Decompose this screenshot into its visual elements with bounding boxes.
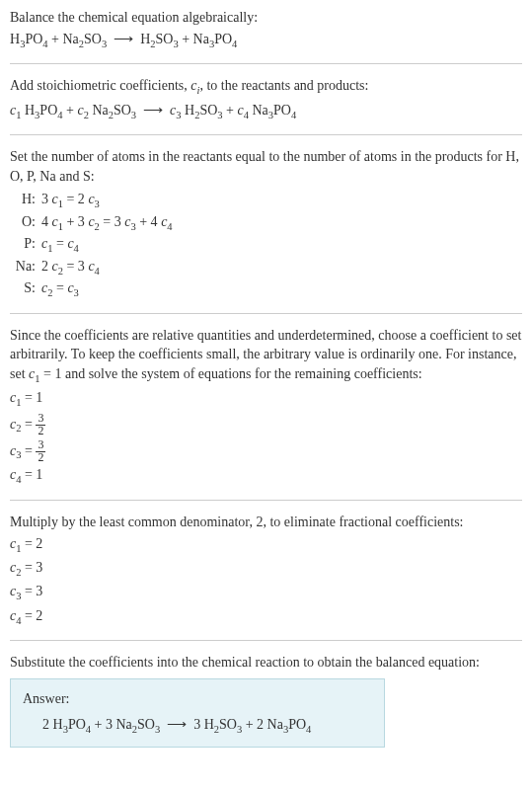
atom-row: Na: 2 c2 = 3 c4 [14,257,522,278]
answer-label: Answer: [23,689,372,709]
intro-text: Balance the chemical equation algebraica… [10,8,522,28]
solve1-section: Since the coefficients are relative quan… [10,326,522,488]
atom-label: O: [14,212,41,232]
divider [10,500,522,501]
atom-row: O: 4 c1 + 3 c2 = 3 c3 + 4 c4 [14,212,522,234]
coeff-line: c1 = 2 [10,534,522,556]
atom-label: S: [14,278,41,298]
coeff-line: c3 = 3 [10,582,522,603]
stoich-section: Add stoichiometric coefficients, ci, to … [10,76,522,122]
atom-equation: c1 = c4 [41,234,79,256]
atom-label: P: [14,234,41,254]
final-intro: Substitute the coefficients into the che… [10,653,522,673]
atom-equation: 2 c2 = 3 c4 [41,257,100,278]
coeff-line: c2 = 32 [10,413,522,437]
coeff-line: c2 = 3 [10,558,522,580]
atom-row: H: 3 c1 = 2 c3 [14,190,522,211]
divider [10,640,522,641]
atom-label: H: [14,190,41,209]
divider [10,63,522,64]
intro-reaction: H3PO4 + Na2SO3 ⟶ H2SO3 + Na3PO4 [10,30,522,51]
atom-equation: c2 = c3 [41,278,79,300]
coeff-line: c3 = 32 [10,439,522,464]
atoms-table: H: 3 c1 = 2 c3 O: 4 c1 + 3 c2 = 3 c3 + 4… [14,190,522,300]
atoms-intro: Set the number of atoms in the reactants… [10,147,522,186]
solve2-section: Multiply by the least common denominator… [10,513,522,629]
atom-equation: 3 c1 = 2 c3 [41,190,100,211]
solve1-intro: Since the coefficients are relative quan… [10,326,522,387]
coeff-line: c4 = 1 [10,465,522,487]
divider [10,134,522,135]
answer-equation: 2 H3PO4 + 3 Na2SO3 ⟶ 3 H2SO3 + 2 Na3PO4 [23,715,372,737]
divider [10,313,522,314]
atom-equation: 4 c1 + 3 c2 = 3 c3 + 4 c4 [41,212,173,234]
stoich-reaction: c1 H3PO4 + c2 Na2SO3 ⟶ c3 H2SO3 + c4 Na3… [10,101,522,122]
atoms-section: Set the number of atoms in the reactants… [10,147,522,301]
atom-row: P: c1 = c4 [14,234,522,256]
final-section: Substitute the coefficients into the che… [10,653,522,748]
atom-label: Na: [14,257,41,277]
atom-row: S: c2 = c3 [14,278,522,300]
solve2-intro: Multiply by the least common denominator… [10,513,522,532]
coeff-line: c1 = 1 [10,388,522,410]
answer-box: Answer: 2 H3PO4 + 3 Na2SO3 ⟶ 3 H2SO3 + 2… [10,678,385,748]
intro-section: Balance the chemical equation algebraica… [10,8,522,51]
stoich-text: Add stoichiometric coefficients, ci, to … [10,76,522,98]
coeff-line: c4 = 2 [10,606,522,628]
